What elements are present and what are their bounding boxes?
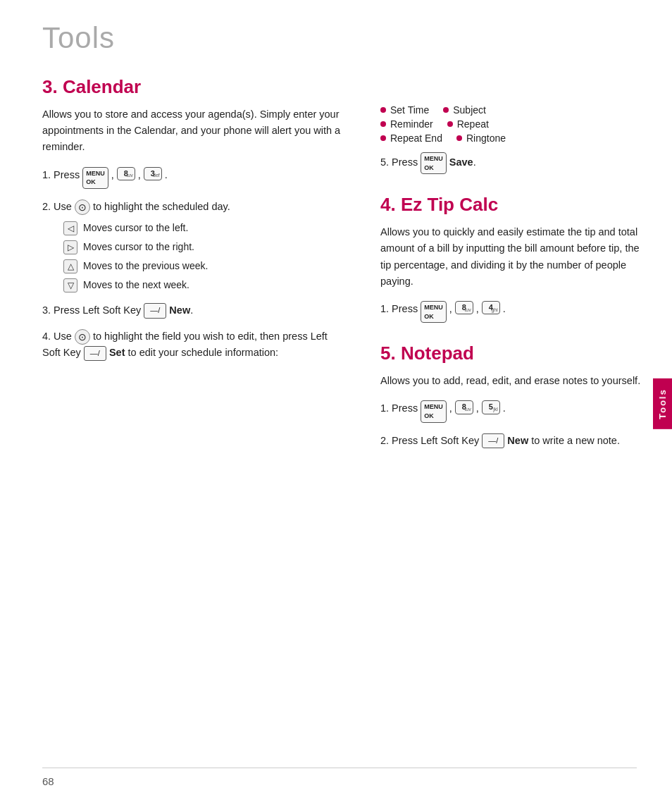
step1-period: .	[165, 167, 168, 183]
step1-comma2: ,	[138, 167, 141, 183]
nav-right-text: Moves cursor to the right.	[83, 240, 194, 254]
bullet-reminder-label: Reminder	[390, 118, 433, 130]
soft-key-new-1: —/	[144, 303, 166, 319]
ez-tip-section-title: 4. Ez Tip Calc	[380, 194, 644, 216]
bullet-dot-6	[456, 135, 462, 141]
sidebar-label: Tools	[653, 378, 672, 429]
bullet-set-time: Set Time	[380, 104, 429, 116]
nav-down-text: Moves to the next week.	[83, 278, 189, 292]
notepad-description: Allows you to add, read, edit, and erase…	[380, 373, 644, 389]
bullet-dot-1	[380, 107, 386, 113]
arrow-up-icon: △	[63, 259, 77, 273]
bullet-ringtone-label: Ringtone	[466, 133, 506, 144]
bullet-ringtone: Ringtone	[456, 133, 506, 144]
calendar-step2: 2. Use ⊙ to highlight the scheduled day.…	[42, 199, 345, 292]
key-5jkl: 5jkl	[482, 400, 500, 414]
ez-tip-description: Allows you to quickly and easily estimat…	[380, 224, 644, 290]
page-title: Tools	[0, 0, 672, 62]
bullet-dot-5	[380, 135, 386, 141]
key-8tuv-1: 8tuv	[117, 167, 135, 180]
calendar-section-title: 3. Calendar	[42, 76, 345, 98]
bullet-repeat-end: Repeat End	[380, 133, 442, 144]
new-label-1: New	[169, 304, 190, 316]
ez-step1-period: .	[503, 301, 506, 317]
nav-circle-icon: ⊙	[75, 199, 90, 215]
notepad-step1-comma1: ,	[449, 400, 452, 417]
page-number: 68	[42, 775, 54, 787]
bullet-repeat: Repeat	[447, 118, 489, 130]
menu-ok-key-2: MENUOK	[421, 152, 447, 174]
notepad-step2-text: 2. Press Left Soft Key —/ New to write a…	[380, 435, 620, 446]
nav-up-text: Moves to the previous week.	[83, 259, 208, 273]
calendar-step5: 5. Press MENUOK Save.	[380, 152, 644, 174]
ez-step1-comma1: ,	[449, 301, 452, 317]
arrow-down-icon: ▽	[63, 278, 77, 292]
save-label: Save	[449, 156, 473, 168]
bullet-repeat-end-label: Repeat End	[390, 133, 442, 144]
ez-tip-step1: 1. Press MENUOK , 8tuv , 4ghi .	[380, 301, 644, 323]
key-8tuv-3: 8tuv	[455, 400, 473, 414]
step1-comma1: ,	[111, 167, 114, 183]
calendar-step1: 1. Press MENUOK , 8tuv , 3def .	[42, 167, 345, 189]
step4-text: 4. Use ⊙ to highlight the field you wish…	[42, 331, 328, 358]
calendar-step4: 4. Use ⊙ to highlight the field you wish…	[42, 328, 345, 361]
new-label-2: New	[507, 435, 528, 446]
notepad-step1-comma2: ,	[476, 400, 479, 417]
bullet-row-2: Reminder Repeat	[380, 118, 644, 130]
soft-key-new-2: —/	[482, 433, 504, 449]
arrow-left-icon: ◁	[63, 221, 77, 235]
bullet-dot-4	[447, 121, 453, 127]
notepad-step1: 1. Press MENUOK , 8tuv , 5jkl .	[380, 400, 644, 422]
step2-text: 2. Use ⊙ to highlight the scheduled day.	[42, 199, 230, 215]
step1-number: 1. Press	[42, 167, 80, 183]
bullet-row-1: Set Time Subject	[380, 104, 644, 116]
calendar-step3: 3. Press Left Soft Key —/ New.	[42, 302, 345, 319]
bullet-subject-label: Subject	[453, 104, 486, 116]
step5-text: 5. Press MENUOK Save.	[380, 156, 476, 168]
soft-key-set: —/	[84, 346, 106, 362]
calendar-bullets: Set Time Subject Reminder Repeat	[380, 104, 644, 144]
calendar-description: Allows you to store and access your agen…	[42, 106, 345, 156]
notepad-step2: 2. Press Left Soft Key —/ New to write a…	[380, 433, 644, 449]
left-column: 3. Calendar Allows you to store and acce…	[42, 69, 366, 459]
bullet-dot-2	[443, 107, 449, 113]
menu-ok-key-3: MENUOK	[421, 301, 447, 323]
bullet-subject: Subject	[443, 104, 486, 116]
nav-up-item: △ Moves to the previous week.	[63, 259, 345, 273]
nav-left-item: ◁ Moves cursor to the left.	[63, 221, 345, 235]
key-8tuv-2: 8tuv	[455, 301, 473, 314]
bullet-set-time-label: Set Time	[390, 104, 429, 116]
notepad-section-title: 5. Notepad	[380, 343, 644, 364]
key-3def: 3def	[144, 167, 162, 180]
bottom-divider	[42, 768, 637, 768]
notepad-step1-period: .	[503, 400, 506, 417]
menu-ok-key-1: MENUOK	[82, 167, 108, 189]
nav-circle-icon-2: ⊙	[75, 329, 90, 345]
ez-step1-number: 1. Press	[380, 301, 418, 317]
bullet-reminder: Reminder	[380, 118, 433, 130]
nav-right-item: ▷ Moves cursor to the right.	[63, 240, 345, 254]
arrow-right-icon: ▷	[63, 240, 77, 254]
set-label: Set	[109, 347, 125, 358]
bullet-dot-3	[380, 121, 386, 127]
ez-step1-comma2: ,	[476, 301, 479, 317]
right-column: Set Time Subject Reminder Repeat	[366, 69, 644, 459]
nav-sub-list: ◁ Moves cursor to the left. ▷ Moves curs…	[63, 221, 345, 292]
nav-left-text: Moves cursor to the left.	[83, 221, 188, 235]
step3-text: 3. Press Left Soft Key —/ New.	[42, 304, 193, 316]
bullet-row-3: Repeat End Ringtone	[380, 133, 644, 144]
notepad-step1-number: 1. Press	[380, 400, 418, 417]
bullet-repeat-label: Repeat	[457, 118, 489, 130]
menu-ok-key-4: MENUOK	[421, 400, 447, 422]
nav-down-item: ▽ Moves to the next week.	[63, 278, 345, 292]
key-4ghi: 4ghi	[482, 301, 500, 314]
